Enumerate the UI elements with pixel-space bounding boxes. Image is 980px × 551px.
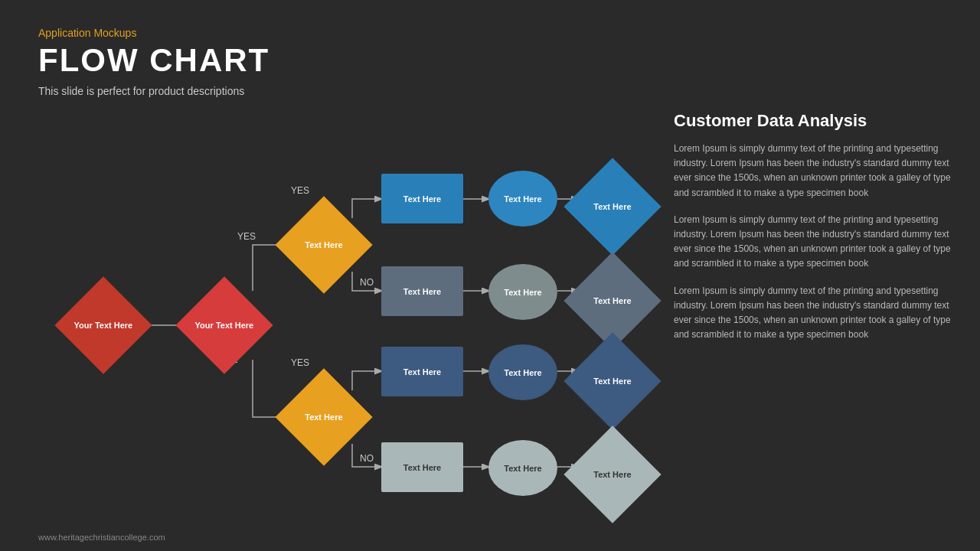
panel-title: Customer Data Analysis [674,111,957,131]
panel-para2: Lorem Ipsum is simply dummy text of the … [674,213,957,272]
no-top-box1: Text Here [381,266,463,316]
node3-bot-label: Text Here [293,412,354,422]
node2-label: Your Text Here [194,320,255,331]
flowchart: YES NO YES NO YES NO Your Text Here Your… [23,119,651,540]
yes-bot-circle: Text Here [488,344,557,400]
yes-bot-circle-label: Text Here [504,368,541,377]
yes-bot-box1-label: Text Here [403,367,441,377]
yes-top-box1: Text Here [381,174,463,223]
node1-label: Your Text Here [73,320,134,331]
node3-top-label: Text Here [293,240,354,250]
yes-bot-diamond3-label: Text Here [582,376,643,386]
header: Application Mockups FLOW CHART This slid… [38,27,270,97]
subtitle: This slide is perfect for product descri… [38,85,270,97]
footer-url: www.heritagechristiancollege.com [38,533,165,542]
svg-text:NO: NO [360,277,374,288]
yes-top-circle: Text Here [488,171,557,227]
svg-text:YES: YES [291,185,309,196]
right-panel: Customer Data Analysis Lorem Ipsum is si… [674,111,957,354]
app-label: Application Mockups [38,27,270,39]
no-bot-circle: Text Here [488,440,557,496]
yes-top-circle-label: Text Here [504,194,541,204]
no-bot-box1-label: Text Here [403,463,441,472]
yes-bot-box1: Text Here [381,347,463,396]
no-top-diamond3-label: Text Here [582,295,643,306]
svg-text:YES: YES [291,357,309,368]
no-top-box1-label: Text Here [403,287,441,296]
svg-text:NO: NO [360,453,374,464]
page-title: FLOW CHART [38,42,270,79]
no-bot-box1: Text Here [381,442,463,492]
yes-top-diamond3-label: Text Here [582,201,643,212]
no-bot-diamond3-label: Text Here [582,469,643,480]
yes-top-box1-label: Text Here [403,194,441,204]
panel-para1: Lorem Ipsum is simply dummy text of the … [674,142,957,201]
panel-para3: Lorem Ipsum is simply dummy text of the … [674,284,957,343]
no-top-circle: Text Here [488,264,557,320]
no-bot-circle-label: Text Here [504,464,541,473]
svg-text:YES: YES [237,231,256,242]
slide: Application Mockups FLOW CHART This slid… [0,0,980,551]
no-top-circle-label: Text Here [504,288,541,297]
